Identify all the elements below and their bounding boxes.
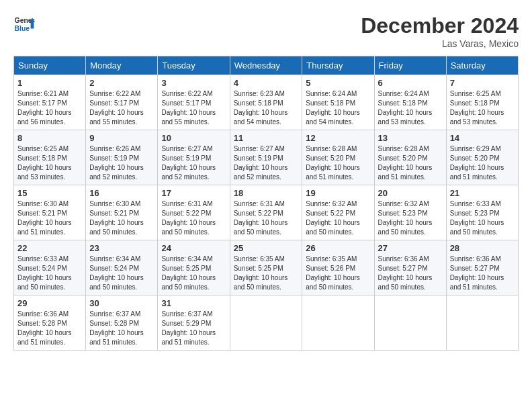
day-info: Sunrise: 6:29 AM Sunset: 5:20 PM Dayligh… [450, 144, 515, 182]
calendar-cell: 1 Sunrise: 6:21 AM Sunset: 5:17 PM Dayli… [14, 75, 86, 130]
calendar-week-5: 29 Sunrise: 6:36 AM Sunset: 5:28 PM Dayl… [14, 295, 519, 351]
calendar-cell: 25 Sunrise: 6:35 AM Sunset: 5:25 PM Dayl… [230, 240, 302, 295]
day-number: 27 [378, 243, 443, 253]
page-header: General Blue December 2024 Las Varas, Me… [13, 13, 519, 49]
day-info: Sunrise: 6:22 AM Sunset: 5:17 PM Dayligh… [161, 89, 226, 127]
day-header-tuesday: Tuesday [158, 56, 230, 75]
day-info: Sunrise: 6:32 AM Sunset: 5:22 PM Dayligh… [306, 199, 370, 237]
day-info: Sunrise: 6:33 AM Sunset: 5:24 PM Dayligh… [17, 255, 82, 292]
calendar-cell: 3 Sunrise: 6:22 AM Sunset: 5:17 PM Dayli… [158, 75, 230, 130]
location: Las Varas, Mexico [361, 38, 519, 49]
svg-text:Blue: Blue [15, 25, 30, 32]
day-info: Sunrise: 6:35 AM Sunset: 5:25 PM Dayligh… [234, 255, 299, 292]
calendar-cell [374, 295, 446, 351]
day-info: Sunrise: 6:28 AM Sunset: 5:20 PM Dayligh… [306, 144, 370, 182]
day-number: 30 [89, 298, 154, 308]
day-number: 1 [17, 78, 82, 88]
calendar-cell: 11 Sunrise: 6:27 AM Sunset: 5:19 PM Dayl… [230, 130, 302, 185]
day-number: 3 [161, 78, 226, 88]
calendar-cell: 14 Sunrise: 6:29 AM Sunset: 5:20 PM Dayl… [446, 130, 518, 185]
calendar-cell [446, 295, 518, 351]
day-info: Sunrise: 6:22 AM Sunset: 5:17 PM Dayligh… [89, 89, 154, 127]
calendar-cell: 12 Sunrise: 6:28 AM Sunset: 5:20 PM Dayl… [302, 130, 374, 185]
calendar-cell: 30 Sunrise: 6:37 AM Sunset: 5:28 PM Dayl… [86, 295, 158, 351]
day-info: Sunrise: 6:27 AM Sunset: 5:19 PM Dayligh… [161, 144, 226, 182]
day-number: 20 [378, 188, 443, 198]
calendar-cell: 21 Sunrise: 6:33 AM Sunset: 5:23 PM Dayl… [446, 185, 518, 240]
day-info: Sunrise: 6:32 AM Sunset: 5:23 PM Dayligh… [378, 199, 443, 237]
calendar-cell: 15 Sunrise: 6:30 AM Sunset: 5:21 PM Dayl… [14, 185, 86, 240]
day-number: 25 [234, 243, 299, 253]
day-number: 29 [17, 298, 82, 308]
day-info: Sunrise: 6:36 AM Sunset: 5:27 PM Dayligh… [450, 255, 515, 292]
day-header-saturday: Saturday [446, 56, 518, 75]
day-number: 9 [89, 133, 154, 143]
day-number: 13 [378, 133, 443, 143]
day-info: Sunrise: 6:21 AM Sunset: 5:17 PM Dayligh… [17, 89, 82, 127]
title-block: December 2024 Las Varas, Mexico [361, 13, 519, 49]
day-number: 5 [306, 78, 370, 88]
day-header-wednesday: Wednesday [230, 56, 302, 75]
calendar-cell: 5 Sunrise: 6:24 AM Sunset: 5:18 PM Dayli… [302, 75, 374, 130]
calendar-cell: 26 Sunrise: 6:35 AM Sunset: 5:26 PM Dayl… [302, 240, 374, 295]
day-info: Sunrise: 6:30 AM Sunset: 5:21 PM Dayligh… [17, 199, 82, 237]
day-number: 16 [89, 188, 154, 198]
day-number: 26 [306, 243, 370, 253]
day-info: Sunrise: 6:36 AM Sunset: 5:28 PM Dayligh… [17, 310, 82, 347]
day-number: 22 [17, 243, 82, 253]
calendar-cell: 7 Sunrise: 6:25 AM Sunset: 5:18 PM Dayli… [446, 75, 518, 130]
day-number: 31 [161, 298, 226, 308]
day-info: Sunrise: 6:37 AM Sunset: 5:28 PM Dayligh… [89, 310, 154, 347]
day-number: 24 [161, 243, 226, 253]
day-number: 4 [234, 78, 299, 88]
calendar-cell: 13 Sunrise: 6:28 AM Sunset: 5:20 PM Dayl… [374, 130, 446, 185]
day-number: 18 [234, 188, 299, 198]
day-number: 7 [450, 78, 515, 88]
day-info: Sunrise: 6:34 AM Sunset: 5:25 PM Dayligh… [161, 255, 226, 292]
calendar-cell: 2 Sunrise: 6:22 AM Sunset: 5:17 PM Dayli… [86, 75, 158, 130]
day-info: Sunrise: 6:25 AM Sunset: 5:18 PM Dayligh… [17, 144, 82, 182]
month-title: December 2024 [361, 13, 519, 38]
day-header-thursday: Thursday [302, 56, 374, 75]
day-info: Sunrise: 6:27 AM Sunset: 5:19 PM Dayligh… [234, 144, 299, 182]
calendar-cell: 27 Sunrise: 6:36 AM Sunset: 5:27 PM Dayl… [374, 240, 446, 295]
day-number: 23 [89, 243, 154, 253]
calendar-week-3: 15 Sunrise: 6:30 AM Sunset: 5:21 PM Dayl… [14, 185, 519, 240]
day-number: 2 [89, 78, 154, 88]
calendar-cell: 4 Sunrise: 6:23 AM Sunset: 5:18 PM Dayli… [230, 75, 302, 130]
calendar-cell: 19 Sunrise: 6:32 AM Sunset: 5:22 PM Dayl… [302, 185, 374, 240]
day-info: Sunrise: 6:31 AM Sunset: 5:22 PM Dayligh… [234, 199, 299, 237]
calendar-cell: 23 Sunrise: 6:34 AM Sunset: 5:24 PM Dayl… [86, 240, 158, 295]
calendar-cell: 16 Sunrise: 6:30 AM Sunset: 5:21 PM Dayl… [86, 185, 158, 240]
calendar-header-row: SundayMondayTuesdayWednesdayThursdayFrid… [14, 56, 519, 75]
day-number: 14 [450, 133, 515, 143]
day-number: 12 [306, 133, 370, 143]
day-info: Sunrise: 6:23 AM Sunset: 5:18 PM Dayligh… [234, 89, 299, 127]
day-number: 17 [161, 188, 226, 198]
day-number: 6 [378, 78, 443, 88]
calendar-cell: 10 Sunrise: 6:27 AM Sunset: 5:19 PM Dayl… [158, 130, 230, 185]
day-info: Sunrise: 6:25 AM Sunset: 5:18 PM Dayligh… [450, 89, 515, 127]
calendar-cell: 24 Sunrise: 6:34 AM Sunset: 5:25 PM Dayl… [158, 240, 230, 295]
day-info: Sunrise: 6:26 AM Sunset: 5:19 PM Dayligh… [89, 144, 154, 182]
day-info: Sunrise: 6:24 AM Sunset: 5:18 PM Dayligh… [378, 89, 443, 127]
logo: General Blue [13, 13, 35, 35]
calendar-cell: 6 Sunrise: 6:24 AM Sunset: 5:18 PM Dayli… [374, 75, 446, 130]
day-info: Sunrise: 6:24 AM Sunset: 5:18 PM Dayligh… [306, 89, 370, 127]
calendar-week-1: 1 Sunrise: 6:21 AM Sunset: 5:17 PM Dayli… [14, 75, 519, 130]
calendar-cell: 8 Sunrise: 6:25 AM Sunset: 5:18 PM Dayli… [14, 130, 86, 185]
day-info: Sunrise: 6:33 AM Sunset: 5:23 PM Dayligh… [450, 199, 515, 237]
day-number: 8 [17, 133, 82, 143]
day-info: Sunrise: 6:37 AM Sunset: 5:29 PM Dayligh… [161, 310, 226, 347]
day-info: Sunrise: 6:35 AM Sunset: 5:26 PM Dayligh… [306, 255, 370, 292]
calendar-cell [230, 295, 302, 351]
day-number: 19 [306, 188, 370, 198]
calendar-week-4: 22 Sunrise: 6:33 AM Sunset: 5:24 PM Dayl… [14, 240, 519, 295]
calendar-cell: 28 Sunrise: 6:36 AM Sunset: 5:27 PM Dayl… [446, 240, 518, 295]
calendar-cell: 22 Sunrise: 6:33 AM Sunset: 5:24 PM Dayl… [14, 240, 86, 295]
day-header-monday: Monday [86, 56, 158, 75]
day-number: 10 [161, 133, 226, 143]
calendar-cell: 31 Sunrise: 6:37 AM Sunset: 5:29 PM Dayl… [158, 295, 230, 351]
day-info: Sunrise: 6:31 AM Sunset: 5:22 PM Dayligh… [161, 199, 226, 237]
day-number: 15 [17, 188, 82, 198]
